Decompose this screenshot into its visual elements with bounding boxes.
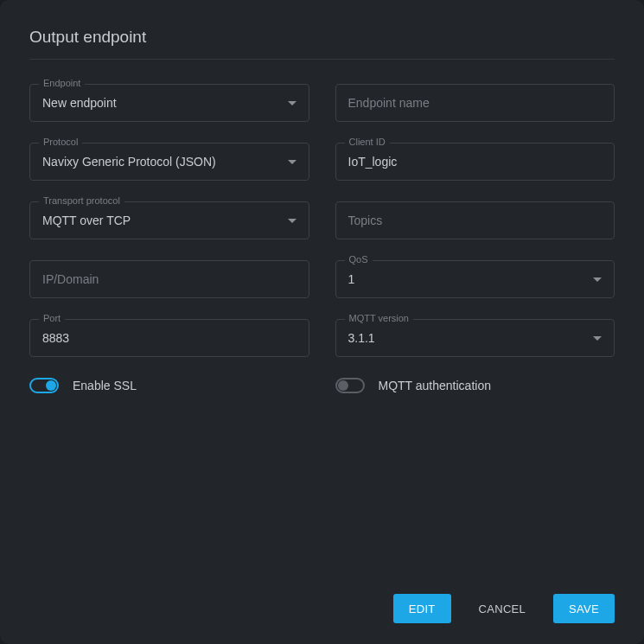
endpoint-name-placeholder: Endpoint name [348,96,603,110]
caret-down-icon [288,101,296,105]
transport-protocol-select[interactable]: Transport protocol MQTT over TCP [29,201,309,239]
form-grid: Endpoint New endpoint Endpoint name Prot… [29,84,615,357]
footer-actions: EDIT CANCEL SAVE [393,594,615,623]
protocol-label: Protocol [39,137,82,147]
cancel-button[interactable]: CANCEL [463,594,542,623]
topics-input[interactable]: Topics [335,201,615,239]
toggle-knob-icon [46,380,56,391]
mqtt-auth-label: MQTT authentication [379,379,491,392]
enable-ssl-toggle[interactable] [29,378,59,393]
toggle-knob-icon [338,380,348,391]
qos-value: 1 [348,272,594,286]
qos-select[interactable]: QoS 1 [335,260,615,298]
port-label: Port [39,313,65,323]
output-endpoint-panel: Output endpoint Endpoint New endpoint En… [0,0,644,644]
mqtt-version-select[interactable]: MQTT version 3.1.1 [335,319,615,357]
client-id-input[interactable]: Client ID IoT_logic [335,143,615,181]
page-title: Output endpoint [29,28,615,60]
mqtt-auth-toggle[interactable] [335,378,365,393]
qos-label: QoS [345,254,373,265]
mqtt-version-value: 3.1.1 [348,331,594,345]
endpoint-select[interactable]: Endpoint New endpoint [29,84,309,122]
toggles-row: Enable SSL MQTT authentication [29,378,615,393]
topics-placeholder: Topics [348,214,603,227]
endpoint-name-input[interactable]: Endpoint name [335,84,615,122]
transport-protocol-value: MQTT over TCP [42,214,288,227]
edit-button[interactable]: EDIT [393,594,451,623]
caret-down-icon [288,219,296,223]
mqtt-version-label: MQTT version [345,313,413,323]
caret-down-icon [288,160,296,164]
port-input[interactable]: Port 8883 [29,319,309,357]
caret-down-icon [593,336,602,341]
ip-domain-input[interactable]: IP/Domain [29,260,309,298]
client-id-value: IoT_logic [348,155,603,169]
enable-ssl-label: Enable SSL [73,379,137,392]
transport-protocol-label: Transport protocol [39,195,124,206]
mqtt-auth-group: MQTT authentication [335,378,615,393]
ip-domain-placeholder: IP/Domain [42,272,296,286]
port-value: 8883 [42,331,296,345]
caret-down-icon [593,277,602,282]
client-id-label: Client ID [345,137,390,147]
protocol-value: Navixy Generic Protocol (JSON) [42,155,288,169]
endpoint-value: New endpoint [42,96,288,110]
endpoint-label: Endpoint [39,78,85,88]
enable-ssl-group: Enable SSL [29,378,309,393]
save-button[interactable]: SAVE [553,594,615,623]
protocol-select[interactable]: Protocol Navixy Generic Protocol (JSON) [29,143,309,181]
